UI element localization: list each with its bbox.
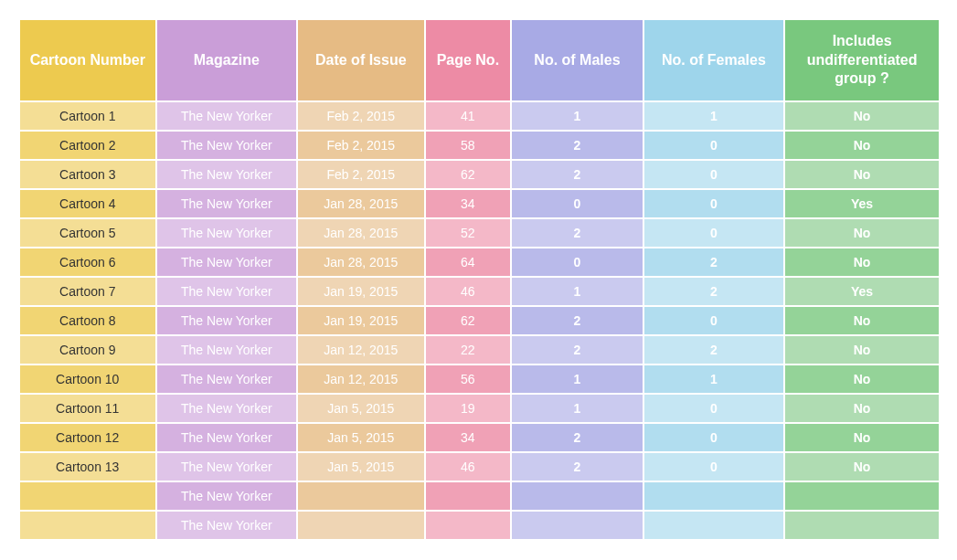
cell-magazine: The New Yorker	[156, 481, 298, 511]
cell-page: 46	[425, 277, 512, 306]
cell-females: 0	[643, 131, 785, 160]
cell-undiff: No	[784, 218, 940, 248]
cell-males: 1	[511, 365, 643, 394]
cell-date: Jan 19, 2015	[297, 277, 424, 306]
cartoon-table: Cartoon Number Magazine Date of Issue Pa…	[18, 18, 941, 541]
table-row: The New Yorker	[19, 511, 940, 540]
cell-magazine: The New Yorker	[156, 218, 298, 248]
table-row: Cartoon 10 The New Yorker Jan 12, 2015 5…	[19, 365, 940, 394]
cell-undiff: No	[784, 335, 940, 365]
cell-date: Jan 5, 2015	[297, 423, 424, 452]
cell-cartoon: Cartoon 8	[19, 306, 156, 335]
cell-males: 2	[511, 306, 643, 335]
cell-page: 64	[425, 248, 512, 277]
cell-cartoon: Cartoon 5	[19, 218, 156, 248]
cell-males: 2	[511, 452, 643, 481]
cell-males: 2	[511, 423, 643, 452]
cell-females: 2	[643, 335, 785, 365]
cell-cartoon	[19, 511, 156, 540]
cell-page: 58	[425, 131, 512, 160]
cell-males: 0	[511, 248, 643, 277]
cell-magazine: The New Yorker	[156, 365, 298, 394]
table-header-row: Cartoon Number Magazine Date of Issue Pa…	[19, 19, 940, 101]
table-row: Cartoon 4 The New Yorker Jan 28, 2015 34…	[19, 189, 940, 218]
col-header-undiff: Includes undifferentiated group ?	[784, 19, 940, 101]
cell-females: 0	[643, 394, 785, 423]
cell-page: 62	[425, 306, 512, 335]
cell-magazine: The New Yorker	[156, 277, 298, 306]
table-row: Cartoon 11 The New Yorker Jan 5, 2015 19…	[19, 394, 940, 423]
cell-females: 1	[643, 365, 785, 394]
cell-date: Feb 2, 2015	[297, 101, 424, 131]
table-row: Cartoon 6 The New Yorker Jan 28, 2015 64…	[19, 248, 940, 277]
cell-undiff: No	[784, 394, 940, 423]
table-row: Cartoon 1 The New Yorker Feb 2, 2015 41 …	[19, 101, 940, 131]
table-row: Cartoon 12 The New Yorker Jan 5, 2015 34…	[19, 423, 940, 452]
cell-date: Jan 28, 2015	[297, 189, 424, 218]
cell-males: 1	[511, 277, 643, 306]
cell-undiff: No	[784, 423, 940, 452]
cell-females: 2	[643, 248, 785, 277]
col-header-page: Page No.	[425, 19, 512, 101]
cell-date: Jan 28, 2015	[297, 218, 424, 248]
table-row: Cartoon 9 The New Yorker Jan 12, 2015 22…	[19, 335, 940, 365]
cell-females	[643, 511, 785, 540]
cell-date: Feb 2, 2015	[297, 131, 424, 160]
cell-date: Feb 2, 2015	[297, 160, 424, 189]
table-row: Cartoon 2 The New Yorker Feb 2, 2015 58 …	[19, 131, 940, 160]
cell-page	[425, 481, 512, 511]
cell-males	[511, 481, 643, 511]
cell-magazine: The New Yorker	[156, 452, 298, 481]
cell-females: 0	[643, 423, 785, 452]
cell-undiff: No	[784, 131, 940, 160]
col-header-cartoon-number: Cartoon Number	[19, 19, 156, 101]
cell-date: Jan 19, 2015	[297, 306, 424, 335]
cell-page: 41	[425, 101, 512, 131]
cell-undiff: No	[784, 306, 940, 335]
cell-males: 2	[511, 218, 643, 248]
table-row: Cartoon 5 The New Yorker Jan 28, 2015 52…	[19, 218, 940, 248]
cell-magazine: The New Yorker	[156, 160, 298, 189]
cell-cartoon: Cartoon 11	[19, 394, 156, 423]
cell-males: 2	[511, 335, 643, 365]
cell-date	[297, 511, 424, 540]
cell-cartoon: Cartoon 12	[19, 423, 156, 452]
cell-undiff	[784, 481, 940, 511]
cell-magazine: The New Yorker	[156, 189, 298, 218]
cell-males: 1	[511, 394, 643, 423]
cell-undiff: No	[784, 101, 940, 131]
cell-females	[643, 481, 785, 511]
cell-undiff: Yes	[784, 277, 940, 306]
cell-page: 34	[425, 423, 512, 452]
cell-females: 1	[643, 101, 785, 131]
cell-magazine: The New Yorker	[156, 101, 298, 131]
cell-page: 34	[425, 189, 512, 218]
cell-page: 62	[425, 160, 512, 189]
cell-magazine: The New Yorker	[156, 423, 298, 452]
cell-date: Jan 5, 2015	[297, 394, 424, 423]
cell-date	[297, 481, 424, 511]
cell-cartoon: Cartoon 9	[19, 335, 156, 365]
table-row: Cartoon 7 The New Yorker Jan 19, 2015 46…	[19, 277, 940, 306]
cell-date: Jan 28, 2015	[297, 248, 424, 277]
col-header-females: No. of Females	[643, 19, 785, 101]
cell-undiff	[784, 511, 940, 540]
cell-magazine: The New Yorker	[156, 335, 298, 365]
cell-magazine: The New Yorker	[156, 131, 298, 160]
table-row: The New Yorker	[19, 481, 940, 511]
cell-males: 2	[511, 160, 643, 189]
table-row: Cartoon 8 The New Yorker Jan 19, 2015 62…	[19, 306, 940, 335]
cell-females: 0	[643, 306, 785, 335]
cell-page: 22	[425, 335, 512, 365]
cell-magazine: The New Yorker	[156, 511, 298, 540]
cell-date: Jan 12, 2015	[297, 365, 424, 394]
cell-undiff: No	[784, 452, 940, 481]
col-header-magazine: Magazine	[156, 19, 298, 101]
cell-undiff: No	[784, 160, 940, 189]
cell-magazine: The New Yorker	[156, 394, 298, 423]
cell-cartoon: Cartoon 13	[19, 452, 156, 481]
cell-males	[511, 511, 643, 540]
cell-date: Jan 5, 2015	[297, 452, 424, 481]
cell-cartoon	[19, 481, 156, 511]
cell-males: 0	[511, 189, 643, 218]
